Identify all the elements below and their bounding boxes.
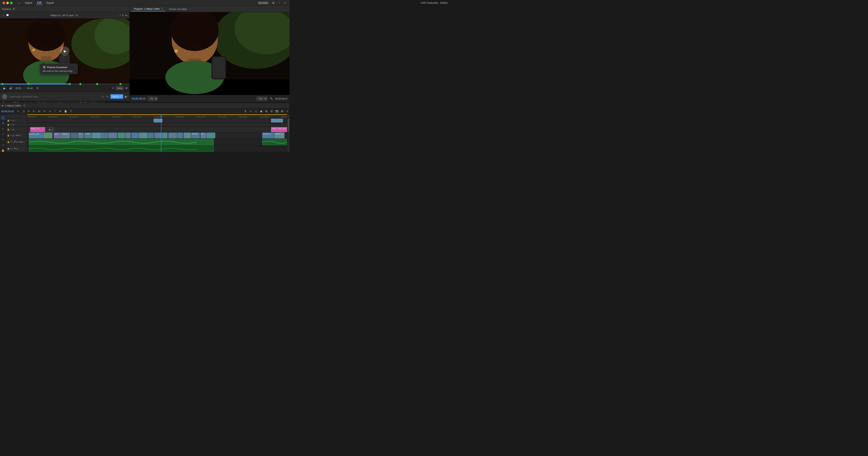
wrench-icon[interactable]: 🔧 bbox=[270, 97, 273, 100]
slide-tool[interactable]: ⊺ bbox=[53, 109, 58, 114]
panels-icon[interactable]: ⊞ bbox=[272, 1, 275, 5]
fullscreen-button[interactable]: ⊞ bbox=[125, 87, 127, 89]
clip-v1-13[interactable] bbox=[131, 133, 139, 138]
clip-v1-19[interactable] bbox=[177, 133, 183, 138]
comment-icon[interactable]: 💬 bbox=[6, 14, 9, 17]
info-icon[interactable]: ℹ bbox=[122, 14, 123, 17]
razor-tool[interactable]: ✂ bbox=[42, 109, 47, 114]
edit-menu-item[interactable]: Edit bbox=[36, 1, 42, 5]
clip-v1-4[interactable]: SHGN7 bbox=[61, 133, 70, 138]
lift-tool[interactable]: ⊤ bbox=[1, 132, 5, 137]
mic-a2-icon[interactable]: 🎤 bbox=[13, 148, 16, 150]
full-dropdown[interactable]: Full bbox=[256, 96, 267, 101]
tab-source[interactable]: Source: (no clips) bbox=[167, 7, 189, 11]
linked-selection-icon[interactable]: ⊸ bbox=[248, 109, 253, 114]
send-button[interactable]: 00:25 ✓ bbox=[111, 94, 123, 99]
framio-menu-icon[interactable]: ☰ bbox=[13, 7, 15, 10]
snap-icon[interactable]: ⊻ bbox=[243, 109, 248, 114]
razor-sidebar-tool[interactable]: ✂ bbox=[1, 137, 5, 142]
draw-button[interactable]: ✏ bbox=[106, 95, 109, 98]
lock-a1-icon[interactable]: 🔒 bbox=[7, 141, 9, 143]
close-button[interactable] bbox=[2, 2, 5, 4]
settings-icon[interactable]: ⚙ bbox=[112, 87, 114, 89]
wrench-tool[interactable]: ⚙ bbox=[1, 121, 5, 125]
fit-dropdown[interactable]: Fit bbox=[148, 96, 158, 101]
clip-v1-12[interactable] bbox=[125, 133, 131, 138]
share-icon[interactable]: ↑ bbox=[278, 1, 281, 5]
adjust-icon[interactable]: ⇅ bbox=[35, 86, 40, 90]
tl-timecode[interactable]: 00;00;25;32 bbox=[1, 110, 14, 113]
emoji-button[interactable]: ☺ bbox=[101, 95, 104, 98]
tab-program-close[interactable]: ☰ bbox=[161, 7, 163, 10]
text-tool[interactable]: T bbox=[69, 109, 73, 114]
import-menu-item[interactable]: Import bbox=[24, 1, 33, 5]
eye-icon[interactable]: 👁 bbox=[10, 119, 12, 122]
rolling-edit-tool[interactable]: ⊩ bbox=[32, 109, 36, 114]
add-keyframe-icon[interactable]: ◇ bbox=[254, 109, 258, 114]
program-timecode[interactable]: 00;00;25;32 bbox=[132, 97, 146, 100]
clip-v1-8[interactable] bbox=[92, 133, 101, 138]
clip-v1-7[interactable]: SHGN bbox=[84, 133, 92, 138]
eye-icon[interactable]: 👁 bbox=[10, 129, 12, 131]
video-preview[interactable]: F Francis Crossman We hold on this shot … bbox=[0, 19, 129, 84]
clip-v1-9[interactable] bbox=[101, 133, 108, 138]
clip-v1-5[interactable] bbox=[70, 133, 78, 138]
zoom-in-icon[interactable]: ⊕ bbox=[264, 109, 269, 114]
clip-v1-10[interactable] bbox=[108, 133, 117, 138]
pointer-tool[interactable]: ↖ bbox=[1, 116, 5, 120]
clip-v4-1[interactable] bbox=[154, 119, 162, 122]
clip-v1-1[interactable]: SHGN7_500 bbox=[29, 133, 43, 138]
rate-stretch-tool[interactable]: ⊳ bbox=[37, 109, 42, 114]
minimize-button[interactable] bbox=[6, 2, 9, 4]
maximize-button[interactable] bbox=[10, 2, 12, 4]
clip-v1-25[interactable]: SHGN7_S bbox=[274, 133, 284, 138]
clip-v1-15[interactable] bbox=[148, 133, 154, 138]
mic-a1-icon[interactable]: 🎤 bbox=[13, 141, 16, 143]
seq-close-icon[interactable]: ☰ bbox=[23, 104, 25, 107]
clip-v1-22[interactable]: SHGN7_S bbox=[200, 133, 206, 138]
export-frame-icon[interactable]: ⊞ bbox=[280, 109, 284, 114]
ripple-edit-tool[interactable]: ⊨ bbox=[27, 109, 31, 114]
slip-tool[interactable]: ⊸ bbox=[48, 109, 52, 114]
remove-keyframe-icon[interactable]: ◆ bbox=[259, 109, 264, 114]
clip-v4-2[interactable] bbox=[271, 119, 283, 122]
progress-bar[interactable] bbox=[0, 84, 129, 84]
fullscreen-icon[interactable]: ⤢ bbox=[283, 1, 287, 5]
home-menu-item[interactable]: ⌂ bbox=[18, 1, 21, 5]
loop-icon[interactable]: ○ bbox=[119, 14, 121, 17]
lock-a2-icon[interactable]: 🔒 bbox=[7, 148, 9, 150]
clip-v1-18[interactable] bbox=[168, 133, 177, 138]
clip-v1-24[interactable]: SHGN7_S bbox=[262, 133, 274, 138]
clip-v1-3[interactable]: SHG bbox=[54, 133, 61, 138]
track-select-tool[interactable]: ⊐ bbox=[22, 109, 26, 114]
clip-v1-6[interactable]: SHGN7_50 bbox=[78, 133, 84, 138]
quality-button[interactable]: 540p bbox=[116, 86, 124, 90]
pen-tool[interactable]: ✒ bbox=[58, 109, 63, 114]
selection-tool[interactable]: ↖ bbox=[16, 109, 21, 114]
clip-v1-20[interactable] bbox=[184, 133, 191, 138]
camera-icon[interactable]: 📷 bbox=[275, 109, 279, 114]
lock-icon[interactable]: 🔒 bbox=[7, 135, 9, 137]
lock-icon[interactable]: 🔒 bbox=[7, 129, 9, 131]
play-pause-button[interactable]: ▶ bbox=[2, 86, 7, 90]
selection-sidebar-tool[interactable]: ⊃ bbox=[1, 143, 5, 147]
clip-v2-1[interactable]: Hilltop_100 bbox=[30, 127, 45, 132]
export-menu-item[interactable]: Export bbox=[46, 1, 55, 5]
post-button[interactable]: ▶ bbox=[125, 94, 127, 98]
more-icon[interactable]: ••• bbox=[125, 14, 127, 17]
clip-v2-2[interactable]: ▶ bbox=[45, 127, 54, 132]
audio-clip-a1[interactable] bbox=[29, 139, 214, 145]
timeline-ruler[interactable]: 00;00;00;00 00;00;04;00 00;00;08;00 00;0… bbox=[27, 114, 287, 118]
ripple-tool[interactable]: ⊢ bbox=[1, 126, 5, 131]
lock-icon[interactable]: 🔒 bbox=[7, 119, 9, 122]
clip-v1-11[interactable] bbox=[118, 133, 125, 138]
comment-input[interactable] bbox=[9, 95, 99, 98]
clip-v1-21[interactable]: SHGN7_S bbox=[191, 133, 200, 138]
lock-icon[interactable]: 🔒 bbox=[7, 124, 9, 126]
eye-icon[interactable]: 👁 bbox=[10, 124, 12, 126]
hand-tool[interactable]: ✋ bbox=[63, 109, 68, 114]
review-button[interactable]: REVIEW bbox=[257, 1, 269, 5]
vertical-scroll-thumb[interactable] bbox=[288, 119, 289, 132]
clip-v1-23[interactable] bbox=[207, 133, 215, 138]
audio-clip-a2[interactable] bbox=[29, 146, 214, 152]
